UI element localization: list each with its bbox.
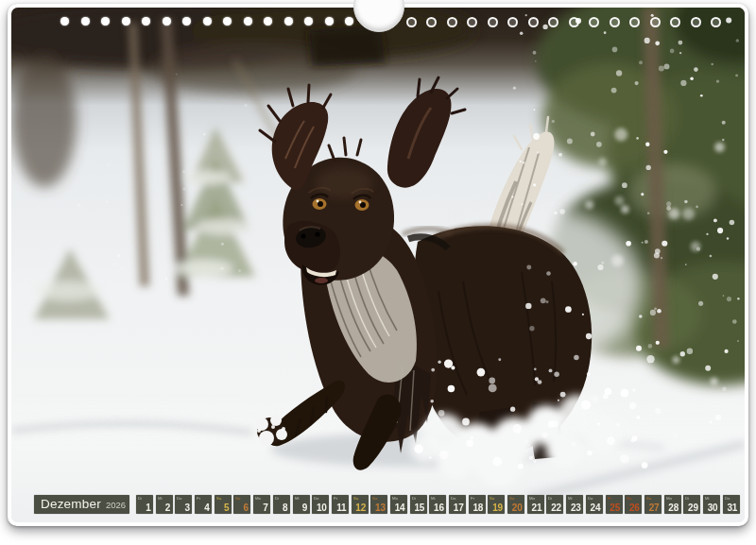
day-cell-6: So6 <box>233 495 250 514</box>
day-abbr: Di <box>685 496 689 500</box>
day-number: 6 <box>244 503 249 513</box>
day-abbr: Di <box>548 496 552 500</box>
day-number: 23 <box>571 503 581 513</box>
day-number: 31 <box>727 503 737 513</box>
day-number: 26 <box>629 503 640 513</box>
day-number: 4 <box>204 503 209 513</box>
day-cell-22: Di22 <box>546 495 563 514</box>
day-cell-9: Mi9 <box>293 495 310 514</box>
day-cell-26: Sa26 <box>625 495 642 514</box>
day-number: 20 <box>512 503 523 513</box>
day-cell-18: Fr18 <box>469 495 486 514</box>
day-abbr: So <box>509 496 514 500</box>
day-abbr: Do <box>314 496 319 500</box>
day-cell-13: So13 <box>370 495 387 514</box>
day-number: 8 <box>283 503 287 513</box>
day-number: 9 <box>302 503 307 513</box>
day-abbr: Mo <box>666 496 672 500</box>
day-cell-17: Do17 <box>449 495 466 514</box>
day-abbr: Fr <box>197 496 200 500</box>
day-number: 5 <box>224 503 229 513</box>
day-cell-14: Mo14 <box>390 495 407 514</box>
day-cell-8: Di8 <box>273 495 290 514</box>
day-abbr: Di <box>275 496 279 500</box>
day-cell-12: Sa12 <box>352 495 369 514</box>
day-abbr: Mo <box>255 496 261 500</box>
day-abbr: Mi <box>431 496 436 500</box>
day-number: 15 <box>414 503 424 513</box>
day-number: 19 <box>492 503 503 513</box>
day-cell-2: Mi2 <box>156 495 173 514</box>
day-number: 3 <box>185 503 190 513</box>
day-abbr: Mo <box>529 496 535 500</box>
day-number: 28 <box>668 503 679 513</box>
day-abbr: So <box>372 496 377 500</box>
day-abbr: Mi <box>705 496 710 500</box>
day-cell-27: So27 <box>644 495 662 514</box>
day-abbr: Sa <box>353 496 358 500</box>
day-cell-28: Mo28 <box>664 495 681 514</box>
day-abbr: Fr <box>334 496 337 500</box>
calendar-sheet: Dezember 2026 Di1Mi2Do3Fr4Sa5So6Mo7Di8Mi… <box>8 4 748 526</box>
day-cell-29: Di29 <box>683 495 700 514</box>
day-cell-1: Di1 <box>136 495 153 514</box>
year-label: 2026 <box>106 496 126 515</box>
day-cell-10: Do10 <box>312 495 329 514</box>
day-number: 29 <box>688 503 698 513</box>
day-abbr: Sa <box>490 496 494 500</box>
day-cell-31: Do31 <box>723 495 740 514</box>
day-abbr: Fr <box>608 496 611 500</box>
day-cell-21: Mo21 <box>527 495 544 514</box>
day-cell-30: Mi30 <box>703 495 720 514</box>
day-abbr: Do <box>451 496 456 500</box>
day-number: 12 <box>355 503 366 513</box>
day-cell-5: Sa5 <box>215 495 232 514</box>
day-number: 22 <box>551 503 561 513</box>
day-number: 25 <box>610 503 620 513</box>
day-cell-7: Mo7 <box>253 495 270 514</box>
day-number: 27 <box>649 503 660 513</box>
day-cell-16: Mi16 <box>429 495 446 514</box>
day-abbr: Do <box>177 496 182 500</box>
photo-area <box>11 8 745 522</box>
day-number: 21 <box>532 503 542 513</box>
day-number: 1 <box>146 503 150 513</box>
day-abbr: Mo <box>392 496 398 500</box>
day-abbr: Fr <box>471 496 474 500</box>
day-abbr: So <box>646 496 651 500</box>
day-cell-15: Di15 <box>410 495 427 514</box>
day-abbr: Mi <box>568 496 573 500</box>
day-abbr: So <box>235 496 240 500</box>
winter-dog-photo-illustration <box>11 8 745 522</box>
day-number: 17 <box>454 503 464 513</box>
day-abbr: Do <box>725 496 730 500</box>
month-label-box: Dezember 2026 <box>34 495 129 514</box>
day-abbr: Sa <box>216 496 221 500</box>
day-number: 10 <box>317 503 327 513</box>
day-cell-23: Mi23 <box>566 495 583 514</box>
day-cell-19: Sa19 <box>488 495 505 514</box>
day-number: 11 <box>336 503 346 513</box>
day-number: 7 <box>263 503 267 513</box>
day-cell-11: Fr11 <box>332 495 349 514</box>
day-abbr: Di <box>138 496 142 500</box>
day-number: 2 <box>165 503 170 513</box>
day-cell-4: Fr4 <box>195 495 212 514</box>
day-abbr: Mi <box>158 496 163 500</box>
day-cell-25: Fr25 <box>606 495 623 514</box>
day-number: 14 <box>395 503 405 513</box>
day-cell-20: So20 <box>507 495 524 514</box>
day-number: 24 <box>591 503 601 513</box>
date-strip: Dezember 2026 Di1Mi2Do3Fr4Sa5So6Mo7Di8Mi… <box>34 495 740 514</box>
day-number: 18 <box>472 503 483 513</box>
month-label: Dezember <box>41 495 101 514</box>
day-number: 13 <box>375 503 386 513</box>
day-abbr: Sa <box>627 496 631 500</box>
day-abbr: Di <box>412 496 416 500</box>
day-cell-24: Do24 <box>586 495 603 514</box>
day-strip-cells: Di1Mi2Do3Fr4Sa5So6Mo7Di8Mi9Do10Fr11Sa12S… <box>136 495 740 514</box>
day-abbr: Do <box>588 496 593 500</box>
day-cell-3: Do3 <box>175 495 192 514</box>
day-number: 16 <box>434 503 444 513</box>
day-number: 30 <box>708 503 718 513</box>
